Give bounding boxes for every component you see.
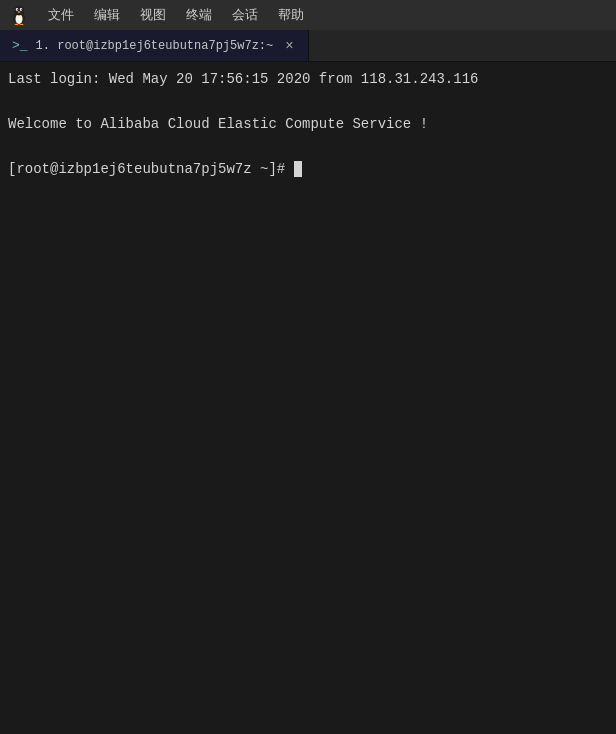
menu-terminal[interactable]: 终端 xyxy=(178,4,220,26)
linux-logo-icon xyxy=(8,4,30,26)
svg-point-5 xyxy=(17,9,18,10)
menu-session[interactable]: 会话 xyxy=(224,4,266,26)
tab-label: 1. root@izbp1ej6teubutna7pj5w7z:~ xyxy=(36,39,274,53)
menu-edit[interactable]: 编辑 xyxy=(86,4,128,26)
tab-prompt-symbol: >_ xyxy=(12,38,28,53)
terminal-cursor xyxy=(294,161,302,177)
terminal-area[interactable]: Last login: Wed May 20 17:56:15 2020 fro… xyxy=(0,62,616,734)
svg-point-7 xyxy=(18,11,21,13)
svg-point-2 xyxy=(14,6,24,16)
prompt-line: [root@izbp1ej6teubutna7pj5w7z ~]# xyxy=(8,158,608,180)
login-line: Last login: Wed May 20 17:56:15 2020 fro… xyxy=(8,68,608,90)
tabbar: >_ 1. root@izbp1ej6teubutna7pj5w7z:~ × xyxy=(0,30,616,62)
menu-help[interactable]: 帮助 xyxy=(270,4,312,26)
menu-file[interactable]: 文件 xyxy=(40,4,82,26)
menubar: 文件 编辑 视图 终端 会话 帮助 xyxy=(0,0,616,30)
svg-point-6 xyxy=(21,9,22,10)
welcome-line: Welcome to Alibaba Cloud Elastic Compute… xyxy=(8,113,608,135)
prompt-text: [root@izbp1ej6teubutna7pj5w7z ~]# xyxy=(8,158,294,180)
tab-close-button[interactable]: × xyxy=(281,36,297,56)
menu-view[interactable]: 视图 xyxy=(132,4,174,26)
empty-line-2 xyxy=(8,135,608,157)
terminal-tab[interactable]: >_ 1. root@izbp1ej6teubutna7pj5w7z:~ × xyxy=(0,30,309,61)
empty-line-1 xyxy=(8,90,608,112)
